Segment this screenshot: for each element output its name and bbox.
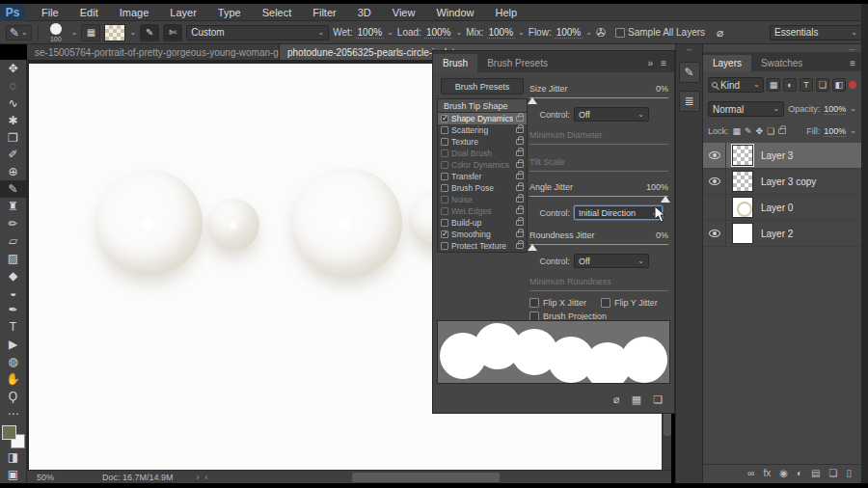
chevron-down-icon[interactable]: ⌄ bbox=[455, 29, 462, 37]
workspace-switcher[interactable]: Essentials ⌄ bbox=[770, 25, 862, 41]
list-item-shape-dynamics[interactable]: Shape Dynamics bbox=[438, 113, 527, 124]
fill-value[interactable]: 100% bbox=[824, 126, 846, 137]
lock-artboard-icon[interactable]: ❏ bbox=[767, 126, 774, 136]
tab-brush[interactable]: Brush bbox=[433, 54, 477, 72]
menu-edit[interactable]: Edit bbox=[69, 4, 109, 21]
airbrush-toggle-icon[interactable]: ✇ bbox=[596, 27, 606, 39]
checkbox[interactable] bbox=[441, 242, 448, 250]
load-brush-toggle[interactable]: ✎ bbox=[140, 24, 159, 41]
layer-name[interactable]: Layer 3 copy bbox=[761, 176, 816, 187]
filter-adjustment-layers-button[interactable]: ◐ bbox=[783, 78, 797, 92]
new-group-icon[interactable]: ▤ bbox=[811, 468, 820, 478]
tool-ellipse[interactable]: ◍ bbox=[0, 353, 27, 370]
tool-preset-picker[interactable]: ✎ ⌄ bbox=[6, 25, 32, 41]
status-arrows[interactable]: ›‹ bbox=[197, 473, 214, 482]
document-tab-portrait[interactable]: se-15005764-portrait-of-pretty-gorgeous-… bbox=[27, 44, 280, 60]
lock-icon[interactable] bbox=[516, 139, 524, 145]
checkbox[interactable] bbox=[441, 184, 448, 192]
tool-mixer-brush[interactable]: ✎ bbox=[0, 180, 27, 198]
lock-icon[interactable] bbox=[516, 231, 524, 237]
filter-kind-select[interactable]: Kind ⌄ bbox=[708, 77, 764, 93]
layer-thumbnail[interactable] bbox=[732, 145, 753, 166]
tab-brush-presets[interactable]: Brush Presets bbox=[477, 54, 557, 72]
adjustment-layer-icon[interactable]: ◐ bbox=[797, 468, 802, 478]
lock-icon[interactable] bbox=[516, 174, 524, 179]
current-brush-load-swatch[interactable] bbox=[104, 24, 125, 41]
list-item-protect-texture[interactable]: Protect Texture bbox=[438, 240, 527, 252]
list-item-transfer[interactable]: Transfer bbox=[438, 171, 527, 182]
list-item-texture[interactable]: Texture bbox=[438, 136, 527, 148]
size-jitter-slider[interactable] bbox=[529, 97, 668, 98]
visibility-toggle[interactable] bbox=[703, 143, 726, 169]
visibility-toggle[interactable] bbox=[703, 195, 726, 221]
preset-manager-icon[interactable]: ▦ bbox=[632, 393, 641, 406]
toggle-brush-panel-button[interactable]: ▦ bbox=[81, 24, 100, 41]
collapse-panel-icon[interactable]: » bbox=[648, 58, 654, 68]
chevron-down-icon[interactable]: ⌄ bbox=[129, 29, 136, 37]
layer-row-layer-3-copy[interactable]: Layer 3 copy bbox=[703, 169, 861, 195]
wet-field[interactable]: Wet: 100% ⌄ bbox=[333, 27, 393, 39]
layer-name[interactable]: Layer 2 bbox=[761, 229, 793, 239]
checkbox[interactable] bbox=[441, 115, 448, 122]
filter-type-layers-button[interactable]: T bbox=[800, 78, 813, 92]
flip-y-jitter-field[interactable]: Flip Y Jitter bbox=[601, 298, 666, 308]
flip-y-checkbox[interactable] bbox=[601, 298, 610, 308]
layer-row-layer-0[interactable]: Layer 0 bbox=[703, 195, 861, 221]
list-item-build-up[interactable]: Build-up bbox=[438, 217, 527, 229]
lock-icon[interactable] bbox=[516, 185, 524, 191]
layer-filter-toggle[interactable] bbox=[849, 81, 856, 89]
mix-value[interactable]: 100% bbox=[487, 27, 516, 39]
lock-position-icon[interactable]: ✥ bbox=[756, 126, 764, 136]
delete-layer-icon[interactable]: ▯ bbox=[846, 468, 852, 478]
properties-panel-dock-icon[interactable]: ≣ bbox=[679, 91, 700, 112]
slider-thumb[interactable] bbox=[528, 97, 537, 104]
lock-icon[interactable] bbox=[516, 243, 524, 249]
brush-tip-shape-item[interactable]: Brush Tip Shape bbox=[437, 98, 528, 112]
filter-shape-layers-button[interactable]: ❏ bbox=[816, 78, 829, 92]
chevron-down-icon[interactable]: ⌄ bbox=[387, 29, 393, 37]
layer-name[interactable]: Layer 0 bbox=[761, 203, 793, 213]
foreground-color-swatch[interactable] bbox=[2, 425, 16, 440]
menu-help[interactable]: Help bbox=[485, 4, 529, 21]
load-field[interactable]: Load: 100% ⌄ bbox=[397, 27, 462, 39]
filter-pixel-layers-button[interactable]: ▦ bbox=[767, 78, 780, 92]
filter-smart-objects-button[interactable]: ◧ bbox=[832, 78, 846, 92]
tool-lasso[interactable]: ∿ bbox=[0, 95, 27, 112]
visibility-toggle[interactable] bbox=[703, 221, 726, 247]
menu-filter[interactable]: Filter bbox=[302, 4, 346, 21]
size-control-select[interactable]: Off⌄ bbox=[574, 107, 649, 122]
panel-menu-icon[interactable]: ≡ bbox=[661, 58, 666, 68]
sample-all-layers-field[interactable]: Sample All Layers bbox=[615, 27, 705, 38]
roundness-jitter-slider[interactable] bbox=[529, 244, 668, 245]
lock-icon[interactable] bbox=[516, 127, 524, 133]
list-item-scattering[interactable]: Scattering bbox=[438, 124, 527, 136]
tool-move[interactable]: ✥ bbox=[0, 60, 27, 77]
chevron-down-icon[interactable]: ⌄ bbox=[850, 105, 856, 113]
tab-layers[interactable]: Layers bbox=[703, 55, 751, 71]
horizontal-scrollbar-thumb[interactable] bbox=[352, 473, 500, 482]
list-item-brush-pose[interactable]: Brush Pose bbox=[438, 182, 527, 194]
lock-icon[interactable] bbox=[516, 116, 524, 122]
zoom-level-field[interactable]: 50% bbox=[37, 473, 75, 482]
collapse-dock-icon[interactable]: ↔ bbox=[686, 44, 693, 54]
clean-brush-toggle[interactable]: ✄ bbox=[163, 24, 182, 41]
load-value[interactable]: 100% bbox=[424, 27, 453, 39]
tool-spot-healing[interactable]: ⊕ bbox=[0, 163, 27, 180]
clean-brush-after-stroke-icon[interactable]: ⌀ bbox=[717, 27, 723, 39]
slider-thumb[interactable] bbox=[528, 244, 537, 251]
layer-thumbnail[interactable] bbox=[732, 171, 753, 192]
tool-clone-stamp[interactable]: ♜ bbox=[0, 198, 27, 215]
chevron-down-icon[interactable]: ⌄ bbox=[850, 127, 856, 135]
checkbox[interactable] bbox=[441, 126, 448, 134]
menu-select[interactable]: Select bbox=[252, 4, 303, 21]
lock-transparent-pixels-icon[interactable]: ▦ bbox=[733, 126, 742, 136]
flow-value[interactable]: 100% bbox=[555, 27, 583, 39]
tool-eyedropper[interactable]: ✐ bbox=[0, 146, 27, 163]
tool-blur[interactable]: ◆ bbox=[0, 267, 27, 285]
tool-history-brush[interactable]: ✏ bbox=[0, 215, 27, 232]
tool-type[interactable]: T bbox=[0, 318, 27, 336]
roundness-control-select[interactable]: Off⌄ bbox=[574, 254, 649, 268]
menu-window[interactable]: Window bbox=[425, 4, 484, 21]
tool-gradient[interactable]: ▨ bbox=[0, 250, 27, 267]
tool-path-selection[interactable]: ▶ bbox=[0, 336, 27, 353]
